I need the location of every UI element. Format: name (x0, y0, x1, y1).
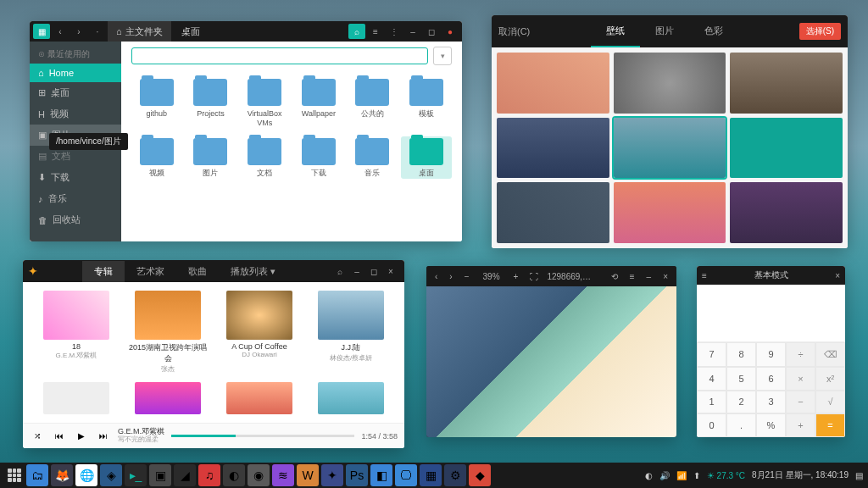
album-item[interactable] (35, 382, 118, 414)
calc-key-%[interactable]: % (756, 413, 786, 437)
zoom-in-icon[interactable]: + (510, 270, 522, 283)
folder-item[interactable]: Wallpaper (293, 77, 344, 130)
rotate-icon[interactable]: ⟲ (608, 270, 621, 283)
iv-prev-icon[interactable]: ‹ (431, 270, 441, 283)
fm-tab-home[interactable]: ⌂ 主文件夹 (108, 21, 171, 42)
tb-chrome-icon[interactable]: 🌐 (75, 464, 97, 486)
calc-key-2[interactable]: 2 (726, 391, 756, 414)
calc-key-8[interactable]: 8 (726, 342, 756, 367)
tb-vbox-icon[interactable]: ▦ (420, 464, 442, 486)
iv-next-icon[interactable]: › (446, 270, 455, 283)
wp-thumb-selected[interactable] (614, 118, 726, 179)
tb-terminal-icon[interactable]: ▸_ (125, 464, 147, 486)
tb-app-icon[interactable]: ✦ (321, 464, 343, 486)
wp-thumb[interactable] (614, 53, 726, 114)
progress-bar[interactable] (171, 435, 354, 437)
mp-search-icon[interactable]: ⌕ (331, 263, 348, 279)
maximize-icon[interactable]: ◻ (365, 263, 382, 279)
sidebar-item-videos[interactable]: H 视频 (30, 103, 121, 125)
tray-icon[interactable]: 📶 (676, 471, 687, 480)
mp-tab-playlists[interactable]: 播放列表 ▾ (219, 261, 287, 282)
search-input[interactable] (131, 47, 428, 64)
tb-wps-icon[interactable]: W (297, 464, 319, 486)
tb-ps-icon[interactable]: Ps (346, 464, 368, 486)
close-icon[interactable]: × (659, 270, 671, 283)
mp-tab-artists[interactable]: 艺术家 (125, 261, 176, 282)
apps-launcher-icon[interactable] (5, 466, 24, 485)
menu-icon[interactable]: ⋮ (386, 24, 403, 39)
select-button[interactable]: 选择(S) (799, 23, 841, 40)
calc-key-⌫[interactable]: ⌫ (815, 342, 845, 367)
calc-key-7[interactable]: 7 (697, 342, 726, 367)
tray-icon[interactable]: 🔊 (659, 471, 670, 480)
sidebar-item-desktop[interactable]: ⊞ 桌面 (30, 82, 121, 103)
minimize-icon[interactable]: – (348, 263, 365, 279)
album-item[interactable]: A Cup Of Coffee DJ Okawari (218, 291, 301, 374)
album-item[interactable] (218, 382, 301, 414)
folder-item[interactable]: 音乐 (348, 136, 398, 180)
minimize-icon[interactable]: – (643, 270, 655, 283)
menu-icon[interactable]: ≡ (702, 271, 707, 280)
weather-widget[interactable]: ☀ 27.3 °C (707, 471, 745, 480)
folder-item[interactable]: 视频 (131, 136, 182, 180)
back-icon[interactable]: ‹ (52, 24, 69, 39)
album-item[interactable]: J.J.陆 林俊杰/蔡卓妍 (309, 291, 392, 374)
shuffle-icon[interactable]: ⤮ (30, 429, 45, 444)
zoom-out-icon[interactable]: − (461, 270, 473, 283)
calc-key-5[interactable]: 5 (726, 367, 756, 391)
close-icon[interactable]: × (835, 271, 840, 280)
calc-key-1[interactable]: 1 (697, 391, 726, 414)
maximize-icon[interactable]: ◻ (423, 24, 440, 39)
tb-app-icon[interactable]: ◆ (469, 464, 491, 486)
album-item[interactable]: 2015湖南卫视跨年演唱会 张杰 (126, 291, 209, 374)
wp-thumb[interactable] (497, 53, 609, 114)
mp-tab-albums[interactable]: 专辑 (82, 261, 125, 282)
close-icon[interactable]: × (382, 263, 399, 279)
sidebar-item-trash[interactable]: 🗑 回收站 (30, 209, 121, 230)
tb-app-icon[interactable]: ◐ (223, 464, 245, 486)
wp-thumb[interactable] (497, 118, 609, 179)
calc-key-4[interactable]: 4 (697, 367, 726, 391)
calc-key-√[interactable]: √ (815, 391, 845, 414)
wp-thumb[interactable] (497, 182, 609, 243)
tb-firefox-icon[interactable]: 🦊 (51, 464, 73, 486)
minimize-icon[interactable]: – (404, 24, 421, 39)
tb-files-icon[interactable]: 🗂 (26, 464, 48, 486)
tray-icon[interactable]: ⬆ (693, 471, 700, 480)
tb-app-icon[interactable]: ◉ (248, 464, 270, 486)
sidebar-item-home[interactable]: ⌂ Home (30, 64, 121, 82)
wp-tab-colors[interactable]: 色彩 (689, 16, 738, 47)
next-icon[interactable]: ⏭ (96, 429, 111, 444)
tb-vscode-icon[interactable]: ◈ (100, 464, 122, 486)
tray-icon[interactable]: ▤ (855, 471, 863, 480)
calc-key-÷[interactable]: ÷ (786, 342, 815, 367)
calc-key-9[interactable]: 9 (756, 342, 786, 367)
calc-key-+[interactable]: + (786, 413, 815, 437)
wp-thumb[interactable] (614, 182, 726, 243)
mp-tab-songs[interactable]: 歌曲 (176, 261, 219, 282)
calc-key-.[interactable]: . (726, 413, 756, 437)
wp-thumb[interactable] (730, 182, 843, 243)
prev-icon[interactable]: ⏮ (52, 429, 67, 444)
search-icon[interactable]: ⌕ (348, 24, 365, 39)
tray-icon[interactable]: ◐ (645, 471, 653, 480)
sidebar-item-downloads[interactable]: ⬇ 下载 (30, 167, 121, 188)
search-filter-dropdown[interactable]: ▾ (433, 47, 452, 65)
fullscreen-icon[interactable]: ⛶ (526, 270, 542, 283)
tb-app-icon[interactable]: ⚙ (444, 464, 466, 486)
calc-key-×[interactable]: × (786, 367, 815, 391)
folder-item[interactable]: 文档 (239, 136, 290, 180)
calc-key-0[interactable]: 0 (697, 413, 726, 437)
folder-item[interactable]: 公共的 (348, 77, 398, 130)
folder-item[interactable]: Projects (186, 77, 236, 130)
fm-tab-desktop[interactable]: 桌面 (173, 21, 209, 42)
calc-key-3[interactable]: 3 (756, 391, 786, 414)
forward-icon[interactable]: › (70, 24, 87, 39)
folder-item[interactable]: 模板 (401, 77, 452, 130)
cancel-button[interactable]: 取消(C) (498, 25, 530, 38)
sidebar-item-music[interactable]: ♪ 音乐 (30, 188, 121, 209)
menu-icon[interactable]: ≡ (626, 270, 638, 283)
folder-item[interactable]: 桌面 (401, 136, 452, 180)
tb-app-icon[interactable]: ◧ (370, 464, 392, 486)
album-item[interactable] (309, 382, 392, 414)
